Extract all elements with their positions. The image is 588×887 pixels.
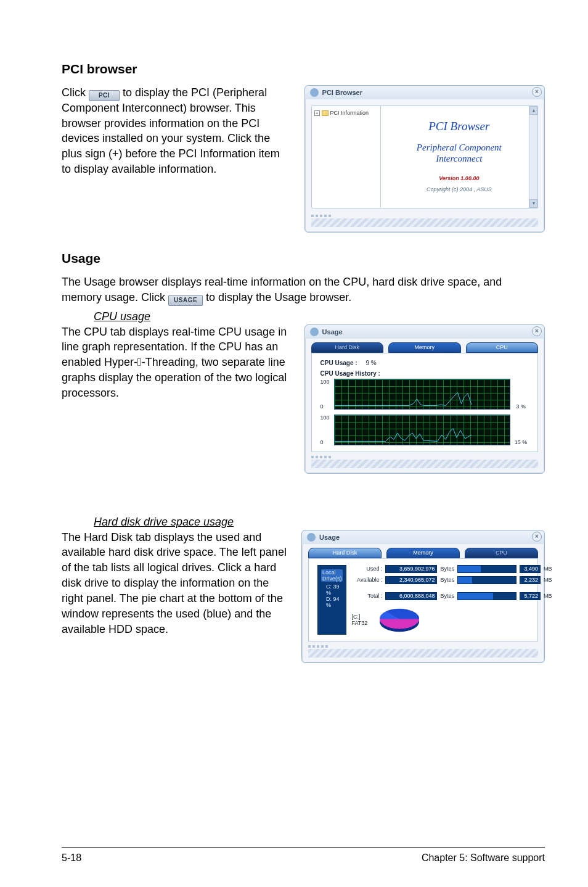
cpu-pct-1: 15 % bbox=[510, 415, 529, 445]
window-icon bbox=[310, 88, 319, 97]
bytes-unit: Bytes bbox=[440, 566, 454, 572]
usage-section-title: Usage bbox=[62, 251, 545, 266]
total-label: Total : bbox=[351, 593, 382, 599]
used-mb: 3,490 bbox=[520, 565, 541, 573]
avail-bar bbox=[457, 576, 517, 584]
drive-label: [C:] bbox=[351, 614, 367, 620]
tab-memory[interactable]: Memory bbox=[386, 548, 460, 558]
pci-window-title: PCI Browser bbox=[322, 89, 362, 96]
close-icon[interactable]: × bbox=[532, 532, 542, 542]
drive-d[interactable]: D: 94 % bbox=[321, 596, 343, 608]
hdd-subheading: Hard disk drive space usage bbox=[94, 516, 545, 529]
usage-button-label: USAGE bbox=[168, 295, 203, 306]
total-bar bbox=[457, 592, 517, 600]
tab-harddisk[interactable]: Hard Disk bbox=[308, 548, 382, 558]
pci-version: Version 1.00.00 bbox=[383, 175, 535, 181]
drive-c[interactable]: C: 39 % bbox=[321, 584, 343, 596]
close-icon[interactable]: × bbox=[532, 87, 542, 97]
usage-para-post: to display the Usage browser. bbox=[206, 291, 351, 303]
mb-unit: MB bbox=[544, 566, 552, 572]
hdd-paragraph: The Hard Disk tab displays the used and … bbox=[62, 530, 289, 637]
avail-mb: 2,232 bbox=[520, 576, 541, 584]
pci-sub1: Peripheral Component bbox=[383, 142, 535, 153]
usage-inline-button[interactable]: USAGE bbox=[168, 291, 203, 307]
window-resize-grip[interactable] bbox=[308, 649, 538, 658]
footer-page: 5-18 bbox=[62, 852, 81, 864]
cpu-pct-0: 3 % bbox=[510, 379, 529, 410]
usage-cpu-titlebar: Usage × bbox=[305, 325, 544, 339]
window-icon bbox=[307, 533, 316, 542]
total-mb: 5,722 bbox=[520, 592, 541, 600]
pci-paragraph: Click PCI to display the PCI (Peripheral… bbox=[62, 85, 292, 177]
tab-cpu[interactable]: CPU bbox=[465, 548, 538, 558]
pci-tree-panel: + PCI Information bbox=[312, 106, 381, 208]
scrollbar[interactable]: ▴ ▾ bbox=[529, 106, 537, 208]
cpu-history-label: CPU Usage History : bbox=[321, 370, 529, 377]
scroll-down-icon[interactable]: ▾ bbox=[529, 199, 537, 208]
window-resize-grip[interactable] bbox=[311, 218, 538, 227]
pci-button-label: PCI bbox=[89, 90, 120, 101]
folder-icon bbox=[322, 110, 329, 116]
usage-cpu-window: Usage × Hard Disk Memory CPU CPU Usage :… bbox=[304, 324, 545, 474]
y-bot2: 0 bbox=[321, 439, 332, 445]
pci-section-title: PCI browser bbox=[62, 62, 545, 76]
used-bar bbox=[457, 565, 517, 573]
scroll-up-icon[interactable]: ▴ bbox=[529, 106, 537, 115]
usage-hdd-titlebar: Usage × bbox=[302, 530, 544, 544]
y-top: 100 bbox=[321, 379, 332, 385]
cpu-graph-1 bbox=[334, 415, 510, 445]
tab-harddisk[interactable]: Hard Disk bbox=[311, 342, 383, 353]
usage-paragraph: The Usage browser displays real-time inf… bbox=[62, 274, 545, 305]
window-resize-grip[interactable] bbox=[311, 460, 538, 468]
avail-bytes: 2,340,965,072 bbox=[385, 576, 437, 584]
pci-para-pre: Click bbox=[62, 86, 89, 99]
cpu-paragraph: The CPU tab displays real-time CPU usage… bbox=[62, 324, 292, 401]
used-bytes: 3,659,902,976 bbox=[385, 565, 437, 573]
y-bot: 0 bbox=[321, 403, 332, 410]
close-icon[interactable]: × bbox=[532, 326, 542, 336]
used-label: Used : bbox=[351, 566, 382, 572]
usage-hdd-window: Usage × Hard Disk Memory CPU Local Drive… bbox=[301, 530, 545, 663]
pci-tree-label: PCI Information bbox=[330, 110, 369, 116]
mb-unit2: MB bbox=[544, 577, 552, 583]
pci-sub2: Interconnect bbox=[383, 153, 535, 164]
pci-browser-window: PCI Browser × + PCI Information ▴ bbox=[304, 85, 545, 233]
tab-cpu[interactable]: CPU bbox=[466, 342, 538, 353]
fs-label: FAT32 bbox=[351, 620, 367, 626]
cpu-usage-label: CPU Usage : bbox=[321, 360, 357, 366]
mb-unit3: MB bbox=[544, 593, 552, 599]
tab-memory[interactable]: Memory bbox=[388, 342, 460, 353]
hdd-pie-chart bbox=[374, 605, 425, 635]
pci-tree-item[interactable]: + PCI Information bbox=[314, 110, 378, 116]
avail-label: Available : bbox=[351, 577, 382, 583]
cpu-usage-value: 9 % bbox=[366, 360, 377, 366]
drive-tree: Local Drive(s) C: 39 % D: 94 % bbox=[317, 565, 346, 635]
pci-inline-button[interactable]: PCI bbox=[89, 86, 120, 102]
bytes-unit2: Bytes bbox=[440, 577, 454, 583]
pci-copyright: Copyright (c) 2004 , ASUS bbox=[383, 186, 535, 192]
pci-heading: PCI Browser bbox=[383, 120, 535, 133]
drive-root[interactable]: Local Drive(s) bbox=[321, 569, 343, 582]
cpu-graph-0 bbox=[334, 379, 510, 410]
expand-icon[interactable]: + bbox=[314, 110, 320, 116]
total-bytes: 6,000,888,048 bbox=[385, 592, 437, 600]
y-top2: 100 bbox=[321, 415, 332, 421]
footer-chapter: Chapter 5: Software support bbox=[422, 852, 545, 864]
window-icon bbox=[310, 328, 319, 336]
bytes-unit3: Bytes bbox=[440, 593, 454, 599]
cpu-subheading: CPU usage bbox=[94, 310, 545, 323]
usage-hdd-title: Usage bbox=[319, 534, 340, 541]
pci-info-panel: ▴ ▾ PCI Browser Peripheral Component Int… bbox=[381, 106, 537, 208]
usage-cpu-title: Usage bbox=[322, 328, 343, 336]
pci-window-titlebar: PCI Browser × bbox=[305, 86, 544, 99]
